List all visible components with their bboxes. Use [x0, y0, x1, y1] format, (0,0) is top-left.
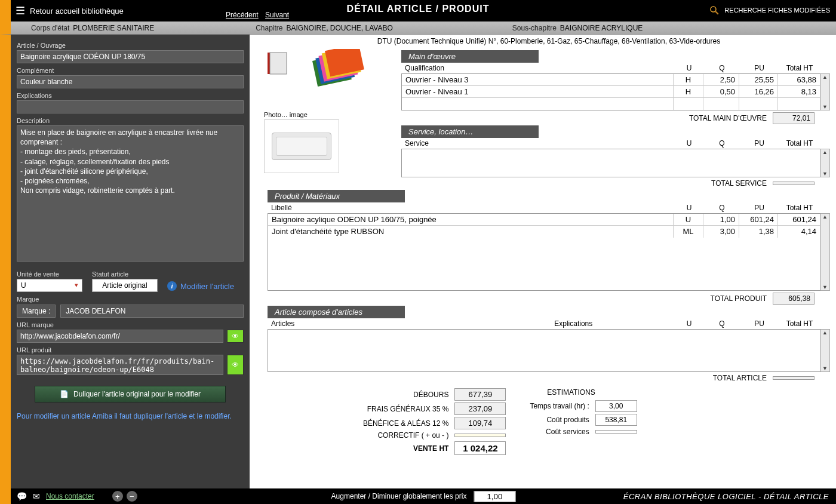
service-title: Service, location…	[401, 125, 539, 138]
scroll-down-icon[interactable]: ▼	[822, 171, 828, 177]
product-total-label: TOTAL PRODUIT	[711, 294, 767, 303]
correctif-label: CORRECTIF ( + ou - )	[377, 431, 448, 440]
books-icon	[262, 49, 381, 109]
view-produit-url-button[interactable]: 👁	[227, 355, 244, 375]
temps-label: Temps travail (hr) :	[530, 402, 589, 410]
duplicate-button[interactable]: 📄 Duliquer l'article original pour le mo…	[35, 386, 226, 402]
next-link[interactable]: Suivant	[265, 11, 289, 19]
prev-link[interactable]: Précédent	[226, 11, 259, 19]
product-section: Produit / Matériaux Libellé U Q PU Total…	[268, 190, 830, 305]
description-textarea[interactable]	[17, 125, 244, 262]
labor-head-qual: Qualification	[401, 64, 674, 72]
debours-value: 677,39	[454, 388, 506, 401]
table-row[interactable]: Baignoire acylique ODEON UP 160/75, poig…	[268, 214, 820, 226]
global-price-label: Augmenter / Diminuer globalement les pri…	[331, 492, 467, 500]
labor-head-pu: PU	[740, 64, 779, 72]
cout-serv-label: Coût services	[546, 428, 589, 436]
explications-input[interactable]	[17, 100, 244, 113]
compound-total	[773, 376, 815, 380]
minus-button[interactable]: −	[127, 491, 137, 502]
return-library-link[interactable]: Retour accueil bibliothèque	[30, 7, 124, 16]
labor-table[interactable]: Ouvrier - Niveau 3 H 2,50 25,55 63,88 Ou…	[401, 73, 820, 110]
svg-line-1	[716, 11, 719, 14]
labor-head-q: Q	[704, 64, 740, 72]
labor-total-label: TOTAL MAIN D'ŒUVRE	[689, 114, 767, 122]
plus-button[interactable]: +	[112, 491, 123, 502]
explications-label: Explications	[17, 92, 244, 99]
service-section: Service, location… Service U Q PU Total …	[401, 125, 830, 188]
scrollbar[interactable]: ▲▼	[820, 213, 830, 291]
scroll-up-icon[interactable]: ▲	[822, 74, 828, 80]
dtu-line: DTU (Document Technique Unifié) N°, 60-P…	[268, 36, 830, 49]
scrollbar[interactable]: ▲▼	[820, 73, 830, 110]
article-input[interactable]	[17, 50, 244, 63]
eye-icon: 👁	[232, 332, 239, 340]
scroll-up-icon[interactable]: ▲	[822, 149, 828, 155]
service-total-label: TOTAL SERVICE	[711, 179, 767, 188]
left-panel: Article / Ouvrage Complément Explication…	[0, 35, 250, 488]
labor-head-tot: Total HT	[779, 64, 820, 72]
correctif-value[interactable]	[454, 434, 506, 437]
product-head: Libellé	[268, 204, 674, 212]
estim-title: ESTIMATIONS	[530, 388, 637, 397]
search-modified-label: RECHERCHE FICHES MODIFIÉES	[724, 7, 830, 14]
mail-icon[interactable]: ✉	[33, 491, 40, 501]
compound-head-exp: Explications	[473, 319, 675, 328]
compound-section: Article composé d'articles Articles Expl…	[268, 306, 830, 382]
scroll-up-icon[interactable]: ▲	[822, 330, 828, 336]
marque-section-label: Marque	[17, 296, 244, 303]
unit-select[interactable]: U	[17, 279, 82, 292]
frais-value: 237,09	[454, 402, 506, 415]
cout-serv-value	[595, 430, 637, 434]
table-row[interactable]: Ouvrier - Niveau 3 H 2,50 25,55 63,88	[402, 74, 820, 86]
bottom-bar: 💬 ✉ Nous contacter + − Augmenter / Dimin…	[0, 488, 836, 504]
contact-link[interactable]: Nous contacter	[46, 492, 94, 500]
svg-point-0	[711, 7, 716, 12]
global-price-input[interactable]	[474, 491, 515, 502]
search-modified[interactable]: RECHERCHE FICHES MODIFIÉES	[709, 5, 830, 16]
frais-label: FRAIS GÉNÉRAUX 35 %	[367, 405, 449, 413]
vente-label: VENTE HT	[413, 444, 448, 453]
labor-section: Main d'œuvre Qualification U Q PU Total …	[401, 50, 830, 124]
cout-prod-value: 538,81	[595, 414, 637, 426]
compound-table[interactable]	[268, 329, 820, 372]
table-row[interactable]: Ouvrier - Niveau 1 H 0,50 16,26 8,13	[402, 86, 820, 98]
service-table[interactable]	[401, 149, 820, 177]
page-title: DÉTAIL ARTICLE / PRODUIT	[347, 4, 490, 14]
product-total: 605,38	[773, 293, 815, 305]
scroll-down-icon[interactable]: ▼	[822, 365, 828, 371]
url-marque-input[interactable]	[17, 330, 223, 343]
marque-value: JACOB DELAFON	[60, 305, 244, 318]
chapitre-label: Chapitre	[256, 24, 282, 32]
sous-value: BAIGNOIRE ACRYLIQUE	[560, 24, 643, 32]
unit-label: Unité de vente	[17, 271, 82, 278]
scroll-down-icon[interactable]: ▼	[822, 104, 828, 110]
article-label: Article / Ouvrage	[17, 42, 244, 49]
modify-article-link[interactable]: Modifier l'article	[180, 282, 234, 291]
table-row[interactable]: Joint d'étanchéité type RUBSON ML 3,00 1…	[268, 226, 820, 238]
view-marque-url-button[interactable]: 👁	[227, 330, 244, 343]
table-row[interactable]	[402, 98, 820, 110]
compound-title: Article composé d'articles	[268, 306, 405, 318]
service-total	[773, 182, 815, 185]
url-produit-input[interactable]	[17, 355, 223, 375]
help-text: Pour modifier un article Amiba il faut d…	[17, 412, 244, 420]
photo-frame[interactable]	[264, 119, 339, 173]
scroll-up-icon[interactable]: ▲	[822, 214, 828, 220]
corps-value: PLOMBERIE SANITAIRE	[73, 24, 154, 32]
scrollbar[interactable]: ▲▼	[820, 329, 830, 372]
info-icon[interactable]: i	[167, 281, 177, 291]
scrollbar[interactable]: ▲▼	[820, 149, 830, 177]
scroll-down-icon[interactable]: ▼	[822, 284, 828, 290]
statut-value: Article original	[92, 279, 158, 292]
compound-head-art: Articles	[268, 319, 473, 328]
description-label: Description	[17, 117, 244, 124]
url-marque-label: URL marque	[17, 321, 244, 328]
right-panel: DTU (Document Technique Unifié) N°, 60-P…	[250, 35, 836, 488]
chat-icon[interactable]: 💬	[17, 491, 27, 501]
complement-input[interactable]	[17, 75, 244, 88]
menu-icon[interactable]: ☰	[16, 4, 25, 17]
statut-label: Statut article	[92, 271, 158, 278]
product-table[interactable]: Baignoire acylique ODEON UP 160/75, poig…	[268, 213, 820, 291]
cout-prod-label: Coût produits	[546, 416, 589, 424]
